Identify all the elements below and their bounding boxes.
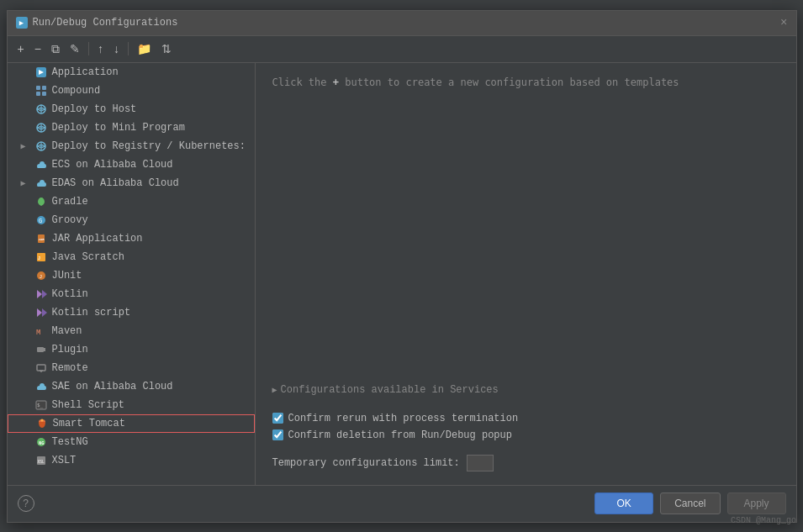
- tree-item-label: Kotlin: [52, 288, 88, 300]
- ok-button[interactable]: OK: [594, 492, 653, 514]
- tree-item-label: Smart Tomcat: [53, 418, 125, 429]
- edit-button[interactable]: ✎: [66, 40, 83, 57]
- tree-item-plugin[interactable]: Plugin: [8, 340, 255, 359]
- svg-text:JAR: JAR: [38, 238, 45, 241]
- tree-item-label: EDAS on Alibaba Cloud: [52, 177, 179, 189]
- tree-item-maven[interactable]: M Maven: [8, 322, 255, 340]
- tree-item-kotlin[interactable]: Kotlin: [8, 285, 255, 303]
- tree-item-junit[interactable]: J JUnit: [8, 266, 255, 285]
- down-button[interactable]: ↓: [110, 40, 123, 57]
- tree-item-label: TestNG: [52, 436, 88, 448]
- deploy-mini-icon: [34, 121, 48, 134]
- tree-item-jar[interactable]: JAR JAR Application: [8, 229, 255, 248]
- app-icon: [34, 66, 48, 79]
- tree-item-label: Java Scratch: [52, 251, 124, 263]
- remote-icon: [34, 361, 48, 375]
- footer-right: OK Cancel Apply: [594, 492, 785, 514]
- tree-item-sae[interactable]: SAE on Alibaba Cloud: [8, 377, 255, 396]
- shell-icon: $_: [34, 398, 48, 412]
- sae-icon: [34, 380, 48, 393]
- tree-item-label: Deploy to Mini Program: [52, 122, 185, 134]
- separator-2: [128, 42, 129, 55]
- tree-item-label: Shell Script: [52, 399, 124, 411]
- services-section-header[interactable]: ▶ Configurations available in Services: [272, 384, 779, 396]
- temp-config-row: Temporary configurations limit:: [272, 455, 779, 471]
- svg-marker-26: [42, 308, 47, 317]
- tree-item-deploy-host[interactable]: Deploy to Host: [8, 100, 255, 119]
- tree-item-label: ECS on Alibaba Cloud: [52, 159, 173, 171]
- tomcat-icon: [35, 417, 49, 430]
- tree-item-edas[interactable]: ▶ EDAS on Alibaba Cloud: [8, 174, 255, 192]
- footer-left: ?: [18, 495, 34, 512]
- tree-item-gradle[interactable]: Gradle: [8, 192, 255, 211]
- confirm-rerun-label: Confirm rerun with process termination: [288, 413, 519, 424]
- confirm-rerun-checkbox[interactable]: [272, 413, 283, 424]
- jar-icon: JAR: [34, 232, 48, 245]
- tree-item-smart-tomcat[interactable]: Smart Tomcat: [8, 414, 255, 433]
- tree-item-label: Deploy to Host: [52, 103, 137, 115]
- sort-button[interactable]: ⇅: [158, 40, 175, 57]
- tree-item-groovy[interactable]: G Groovy: [8, 211, 255, 229]
- up-button[interactable]: ↑: [94, 40, 107, 57]
- confirm-deletion-checkbox[interactable]: [272, 429, 283, 440]
- kotlin-icon: [34, 287, 48, 301]
- tree-item-java-scratch[interactable]: J Java Scratch: [8, 248, 255, 266]
- temp-config-label: Temporary configurations limit:: [272, 457, 460, 469]
- toolbar: + − ⧉ ✎ ↑ ↓ 📁 ⇅: [8, 36, 796, 63]
- add-button[interactable]: +: [14, 40, 28, 57]
- copy-button[interactable]: ⧉: [48, 40, 63, 58]
- expand-arrow-edas[interactable]: ▶: [21, 178, 33, 188]
- folder-button[interactable]: 📁: [134, 40, 155, 57]
- svg-text:$_: $_: [37, 402, 44, 408]
- dialog-icon: ▶: [16, 17, 28, 29]
- tree-item-label: Compound: [52, 85, 101, 97]
- tree-item-label: Kotlin script: [52, 307, 131, 319]
- svg-rect-2: [36, 86, 40, 90]
- kotlin-script-icon: [34, 306, 48, 319]
- tree-item-label: JUnit: [52, 270, 82, 282]
- remove-button[interactable]: −: [31, 40, 45, 57]
- svg-rect-5: [42, 92, 46, 96]
- java-scratch-icon: J: [34, 250, 48, 264]
- tree-item-deploy-mini[interactable]: Deploy to Mini Program: [8, 119, 255, 137]
- tree-item-compound[interactable]: Compound: [8, 82, 255, 100]
- cancel-button[interactable]: Cancel: [660, 492, 720, 514]
- tree-item-kotlin-script[interactable]: Kotlin script: [8, 303, 255, 322]
- tree-item-label: Groovy: [52, 214, 88, 226]
- svg-text:M: M: [36, 329, 40, 337]
- groovy-icon: G: [34, 213, 48, 227]
- confirm-deletion-label: Confirm deletion from Run/Debug popup: [288, 429, 512, 441]
- gradle-icon: [34, 195, 48, 208]
- expand-arrow[interactable]: ▶: [21, 141, 33, 151]
- junit-icon: J: [34, 269, 48, 282]
- title-bar: ▶ Run/Debug Configurations ×: [8, 11, 796, 36]
- svg-text:NG: NG: [39, 440, 45, 446]
- tree-item-testng[interactable]: NG TestNG: [8, 433, 255, 451]
- tree-item-xslt[interactable]: XSL XSLT: [8, 451, 255, 470]
- content-area: Application Compound Deploy to Host: [8, 63, 796, 485]
- tree-item-label: Application: [52, 66, 119, 78]
- tree-item-label: Plugin: [52, 344, 88, 356]
- tree-item-application[interactable]: Application: [8, 63, 255, 82]
- tree-item-deploy-registry[interactable]: ▶ Deploy to Registry / Kubernetes:: [8, 137, 255, 155]
- tree-item-label: Gradle: [52, 196, 88, 208]
- tree-item-label: XSLT: [52, 455, 77, 466]
- svg-marker-24: [42, 290, 47, 298]
- tree-item-ecs[interactable]: ECS on Alibaba Cloud: [8, 155, 255, 174]
- deploy-registry-icon: [34, 140, 48, 153]
- svg-rect-30: [43, 350, 45, 351]
- title-bar-left: ▶ Run/Debug Configurations: [16, 17, 178, 29]
- tree-item-label: Maven: [52, 325, 82, 337]
- help-button[interactable]: ?: [18, 495, 34, 512]
- tree-item-label: JAR Application: [52, 233, 143, 245]
- tree-item-remote[interactable]: Remote: [8, 359, 255, 377]
- svg-text:XSL: XSL: [37, 459, 44, 463]
- watermark: CSDN @Mang_go: [731, 516, 796, 525]
- dialog-title: Run/Debug Configurations: [33, 17, 178, 29]
- tree-item-shell-script[interactable]: $_ Shell Script: [8, 396, 255, 414]
- apply-button[interactable]: Apply: [727, 492, 786, 514]
- temp-config-input[interactable]: [467, 455, 494, 471]
- right-panel: Click the + button to create a new confi…: [256, 63, 796, 485]
- svg-point-37: [40, 419, 43, 421]
- close-button[interactable]: ×: [780, 17, 787, 29]
